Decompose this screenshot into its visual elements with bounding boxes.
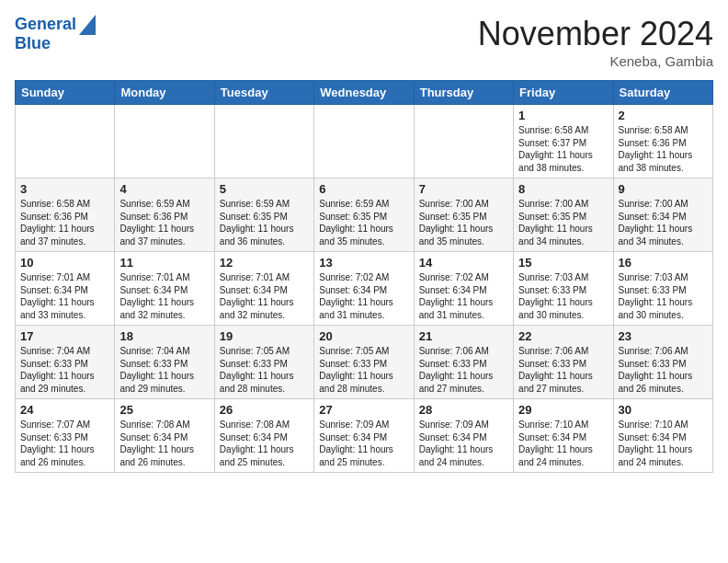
day-number: 18 [119, 329, 209, 343]
day-info: Sunrise: 7:03 AM Sunset: 6:33 PM Dayligh… [518, 271, 608, 321]
calendar-day-cell: 12Sunrise: 7:01 AM Sunset: 6:34 PM Dayli… [214, 252, 313, 326]
day-number: 7 [419, 182, 508, 196]
day-number: 22 [518, 329, 608, 343]
calendar-day-cell: 18Sunrise: 7:04 AM Sunset: 6:33 PM Dayli… [115, 326, 214, 399]
logo-icon [79, 15, 96, 35]
calendar-day-cell: 27Sunrise: 7:09 AM Sunset: 6:34 PM Dayli… [314, 399, 414, 473]
day-number: 8 [518, 182, 608, 196]
calendar-day-cell: 19Sunrise: 7:05 AM Sunset: 6:33 PM Dayli… [214, 326, 313, 399]
day-info: Sunrise: 7:01 AM Sunset: 6:34 PM Dayligh… [119, 271, 209, 321]
calendar-day-cell: 5Sunrise: 6:59 AM Sunset: 6:35 PM Daylig… [214, 178, 313, 252]
day-number: 21 [419, 329, 508, 343]
day-info: Sunrise: 6:59 AM Sunset: 6:35 PM Dayligh… [319, 198, 408, 247]
day-number: 12 [220, 256, 309, 270]
day-info: Sunrise: 7:10 AM Sunset: 6:34 PM Dayligh… [518, 419, 608, 468]
calendar-week-row: 3Sunrise: 6:58 AM Sunset: 6:36 PM Daylig… [16, 178, 713, 252]
calendar-day-cell: 16Sunrise: 7:03 AM Sunset: 6:33 PM Dayli… [613, 252, 712, 326]
day-number: 6 [319, 182, 408, 196]
calendar-day-cell: 8Sunrise: 7:00 AM Sunset: 6:35 PM Daylig… [514, 178, 613, 252]
calendar-day-cell [16, 105, 115, 178]
day-info: Sunrise: 6:59 AM Sunset: 6:36 PM Dayligh… [119, 198, 209, 247]
day-number: 19 [220, 329, 309, 343]
calendar-day-cell: 23Sunrise: 7:06 AM Sunset: 6:33 PM Dayli… [613, 326, 712, 399]
calendar-day-cell: 25Sunrise: 7:08 AM Sunset: 6:34 PM Dayli… [115, 399, 214, 473]
day-number: 3 [20, 182, 109, 196]
day-number: 25 [119, 403, 209, 417]
day-number: 27 [319, 403, 408, 417]
weekday-header: Wednesday [314, 81, 414, 105]
day-number: 29 [518, 403, 608, 417]
day-number: 2 [619, 109, 708, 122]
calendar-day-cell: 1Sunrise: 6:58 AM Sunset: 6:37 PM Daylig… [514, 105, 613, 178]
day-info: Sunrise: 6:58 AM Sunset: 6:36 PM Dayligh… [619, 124, 708, 174]
day-number: 20 [319, 329, 408, 343]
day-number: 13 [319, 256, 408, 270]
day-info: Sunrise: 7:08 AM Sunset: 6:34 PM Dayligh… [220, 419, 309, 468]
day-info: Sunrise: 7:00 AM Sunset: 6:35 PM Dayligh… [518, 198, 608, 247]
calendar-day-cell: 30Sunrise: 7:10 AM Sunset: 6:34 PM Dayli… [613, 399, 712, 473]
day-number: 10 [20, 256, 109, 270]
calendar-day-cell: 20Sunrise: 7:05 AM Sunset: 6:33 PM Dayli… [314, 326, 414, 399]
day-info: Sunrise: 7:03 AM Sunset: 6:33 PM Dayligh… [619, 271, 708, 321]
day-info: Sunrise: 7:04 AM Sunset: 6:33 PM Dayligh… [20, 345, 109, 395]
calendar-week-row: 24Sunrise: 7:07 AM Sunset: 6:33 PM Dayli… [16, 399, 713, 473]
calendar-day-cell: 14Sunrise: 7:02 AM Sunset: 6:34 PM Dayli… [414, 252, 513, 326]
calendar-week-row: 17Sunrise: 7:04 AM Sunset: 6:33 PM Dayli… [16, 326, 713, 399]
day-info: Sunrise: 7:02 AM Sunset: 6:34 PM Dayligh… [319, 271, 408, 321]
calendar-day-cell: 29Sunrise: 7:10 AM Sunset: 6:34 PM Dayli… [514, 399, 613, 473]
day-info: Sunrise: 7:05 AM Sunset: 6:33 PM Dayligh… [319, 345, 408, 395]
day-number: 16 [619, 256, 708, 270]
calendar-header-row: SundayMondayTuesdayWednesdayThursdayFrid… [16, 81, 713, 105]
day-number: 26 [220, 403, 309, 417]
day-info: Sunrise: 7:06 AM Sunset: 6:33 PM Dayligh… [619, 345, 708, 395]
day-number: 9 [619, 182, 708, 196]
weekday-header: Monday [115, 81, 214, 105]
calendar-day-cell: 7Sunrise: 7:00 AM Sunset: 6:35 PM Daylig… [414, 178, 513, 252]
weekday-header: Friday [514, 81, 613, 105]
calendar-day-cell [314, 105, 414, 178]
day-info: Sunrise: 7:06 AM Sunset: 6:33 PM Dayligh… [518, 345, 608, 395]
calendar-day-cell: 13Sunrise: 7:02 AM Sunset: 6:34 PM Dayli… [314, 252, 414, 326]
logo-text: General [15, 16, 76, 34]
title-block: November 2024 Keneba, Gambia [478, 15, 713, 69]
svg-marker-0 [79, 15, 96, 35]
calendar-day-cell: 17Sunrise: 7:04 AM Sunset: 6:33 PM Dayli… [16, 326, 115, 399]
day-number: 4 [119, 182, 209, 196]
calendar-day-cell: 15Sunrise: 7:03 AM Sunset: 6:33 PM Dayli… [514, 252, 613, 326]
calendar-day-cell: 11Sunrise: 7:01 AM Sunset: 6:34 PM Dayli… [115, 252, 214, 326]
day-info: Sunrise: 7:07 AM Sunset: 6:33 PM Dayligh… [20, 419, 109, 468]
day-info: Sunrise: 6:58 AM Sunset: 6:37 PM Dayligh… [518, 124, 608, 174]
weekday-header: Tuesday [214, 81, 313, 105]
day-info: Sunrise: 7:01 AM Sunset: 6:34 PM Dayligh… [220, 271, 309, 321]
calendar-day-cell [414, 105, 513, 178]
day-info: Sunrise: 7:02 AM Sunset: 6:34 PM Dayligh… [419, 271, 508, 321]
day-number: 30 [619, 403, 708, 417]
calendar-day-cell: 4Sunrise: 6:59 AM Sunset: 6:36 PM Daylig… [115, 178, 214, 252]
page-header: General Blue November 2024 Keneba, Gambi… [15, 15, 713, 69]
calendar-table: SundayMondayTuesdayWednesdayThursdayFrid… [15, 80, 713, 473]
day-info: Sunrise: 7:09 AM Sunset: 6:34 PM Dayligh… [319, 419, 408, 468]
day-number: 28 [419, 403, 508, 417]
month-title: November 2024 [478, 15, 713, 53]
calendar-day-cell: 22Sunrise: 7:06 AM Sunset: 6:33 PM Dayli… [514, 326, 613, 399]
day-number: 5 [220, 182, 309, 196]
day-number: 11 [119, 256, 209, 270]
calendar-day-cell: 28Sunrise: 7:09 AM Sunset: 6:34 PM Dayli… [414, 399, 513, 473]
day-info: Sunrise: 7:08 AM Sunset: 6:34 PM Dayligh… [119, 419, 209, 468]
day-info: Sunrise: 7:00 AM Sunset: 6:35 PM Dayligh… [419, 198, 508, 247]
weekday-header: Saturday [613, 81, 712, 105]
day-number: 15 [518, 256, 608, 270]
calendar-day-cell: 24Sunrise: 7:07 AM Sunset: 6:33 PM Dayli… [16, 399, 115, 473]
calendar-day-cell: 10Sunrise: 7:01 AM Sunset: 6:34 PM Dayli… [16, 252, 115, 326]
calendar-week-row: 1Sunrise: 6:58 AM Sunset: 6:37 PM Daylig… [16, 105, 713, 178]
day-info: Sunrise: 7:06 AM Sunset: 6:33 PM Dayligh… [419, 345, 508, 395]
day-info: Sunrise: 7:00 AM Sunset: 6:34 PM Dayligh… [619, 198, 708, 247]
day-number: 23 [619, 329, 708, 343]
calendar-day-cell: 2Sunrise: 6:58 AM Sunset: 6:36 PM Daylig… [613, 105, 712, 178]
day-number: 24 [20, 403, 109, 417]
day-info: Sunrise: 7:10 AM Sunset: 6:34 PM Dayligh… [619, 419, 708, 468]
calendar-day-cell: 6Sunrise: 6:59 AM Sunset: 6:35 PM Daylig… [314, 178, 414, 252]
day-info: Sunrise: 6:58 AM Sunset: 6:36 PM Dayligh… [20, 198, 109, 247]
day-number: 14 [419, 256, 508, 270]
day-info: Sunrise: 7:04 AM Sunset: 6:33 PM Dayligh… [119, 345, 209, 395]
